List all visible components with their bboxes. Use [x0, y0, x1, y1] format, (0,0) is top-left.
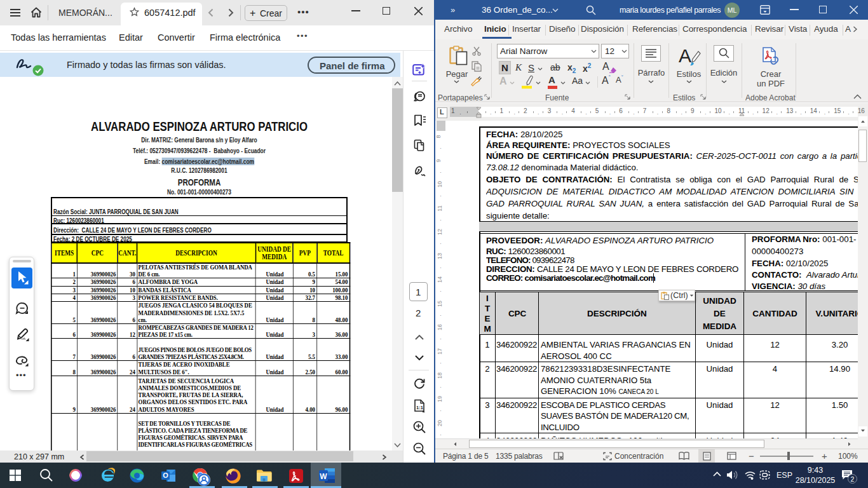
- svg-text:W: W: [320, 472, 327, 481]
- svg-text:1:1: 1:1: [416, 405, 423, 410]
- svg-text:O: O: [163, 471, 168, 479]
